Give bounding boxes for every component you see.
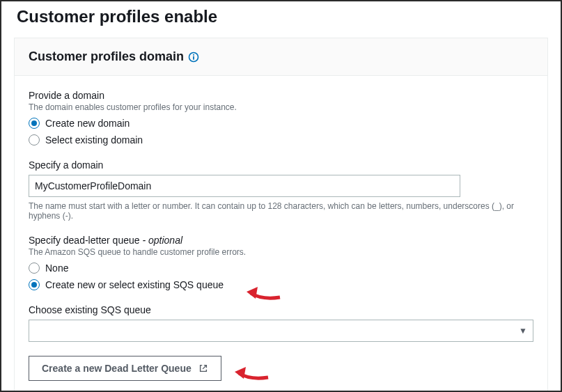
radio-indicator [29, 262, 40, 274]
svg-line-3 [203, 366, 206, 369]
dlq-label-suffix: - optional [140, 235, 182, 246]
choose-queue-label: Choose existing SQS queue [29, 304, 533, 315]
button-label: Create a new Dead Letter Queue [42, 363, 192, 374]
create-dlq-button[interactable]: Create a new Dead Letter Queue [29, 356, 221, 381]
choose-queue-section: Choose existing SQS queue ▼ [29, 304, 533, 342]
annotation-arrow [235, 366, 270, 383]
radio-indicator [29, 134, 40, 146]
panel-header: Customer profiles domain [15, 38, 547, 76]
dlq-label-main: Specify dead-letter queue [29, 235, 140, 246]
domain-name-input[interactable] [29, 175, 460, 197]
radio-label: Create new or select existing SQS queue [45, 279, 224, 290]
customer-profiles-domain-panel: Customer profiles domain Provide a domai… [14, 38, 548, 392]
provide-domain-label: Provide a domain [29, 90, 533, 101]
provide-domain-section: Provide a domain The domain enables cust… [29, 90, 533, 146]
create-dlq-row: Create a new Dead Letter Queue [29, 356, 533, 381]
radio-label: None [45, 262, 68, 274]
external-link-icon [198, 363, 208, 373]
radio-label: Create new domain [45, 118, 130, 129]
radio-dlq-none[interactable]: None [29, 262, 533, 274]
radio-select-existing-domain[interactable]: Select existing domain [29, 134, 533, 146]
dlq-label: Specify dead-letter queue - optional [29, 235, 533, 246]
specify-domain-note: The name must start with a letter or num… [29, 201, 533, 221]
sqs-queue-select[interactable]: ▼ [29, 320, 533, 342]
chevron-down-icon: ▼ [519, 326, 527, 336]
page-title: Customer profiles enable [14, 7, 548, 26]
svg-rect-2 [193, 56, 194, 59]
provide-domain-helper: The domain enables customer profiles for… [29, 102, 533, 112]
radio-indicator [29, 118, 40, 129]
info-icon[interactable] [188, 52, 199, 63]
dlq-helper: The Amazon SQS queue to handle customer … [29, 247, 533, 257]
panel-title: Customer profiles domain [29, 49, 184, 64]
specify-domain-label: Specify a domain [29, 159, 533, 171]
specify-domain-section: Specify a domain The name must start wit… [29, 159, 533, 221]
radio-label: Select existing domain [45, 134, 143, 146]
dlq-section: Specify dead-letter queue - optional The… [29, 235, 533, 290]
svg-point-1 [193, 54, 194, 55]
radio-indicator [29, 279, 40, 290]
radio-create-new-domain[interactable]: Create new domain [29, 118, 533, 129]
annotation-arrow [247, 286, 281, 303]
